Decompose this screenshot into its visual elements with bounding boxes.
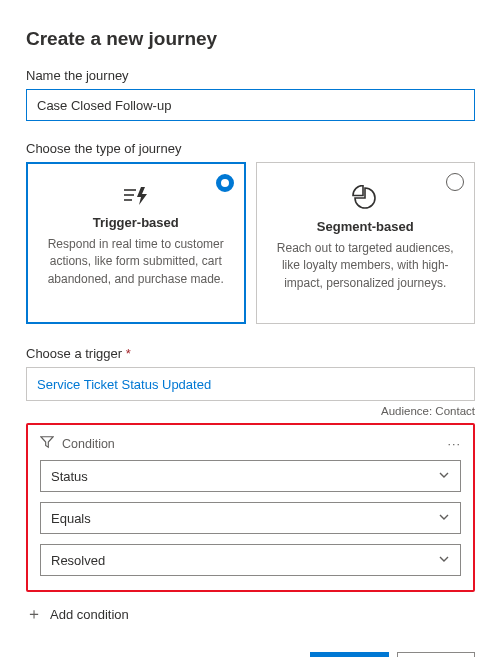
name-label: Name the journey — [26, 68, 475, 83]
condition-operator-select[interactable]: Equals — [40, 502, 461, 534]
page-title: Create a new journey — [26, 28, 475, 50]
type-card-segment-based[interactable]: Segment-based Reach out to targeted audi… — [256, 162, 476, 324]
condition-block: Condition ··· Status Equals Resolved — [26, 423, 475, 592]
condition-header: Condition — [62, 437, 440, 451]
audience-label: Audience: Contact — [26, 405, 475, 417]
type-label: Choose the type of journey — [26, 141, 475, 156]
filter-icon — [40, 435, 54, 452]
card-title: Trigger-based — [45, 215, 227, 230]
chevron-down-icon — [438, 511, 450, 526]
required-mark: * — [126, 346, 131, 361]
create-button[interactable]: Create — [310, 652, 388, 657]
journey-name-input[interactable] — [26, 89, 475, 121]
trigger-label: Choose a trigger * — [26, 346, 475, 361]
card-title: Segment-based — [275, 219, 457, 234]
svg-marker-3 — [137, 187, 147, 205]
condition-value-select[interactable]: Resolved — [40, 544, 461, 576]
plus-icon: ＋ — [26, 606, 42, 622]
radio-icon — [216, 174, 234, 192]
radio-icon — [446, 173, 464, 191]
segment-icon — [352, 185, 378, 211]
more-icon[interactable]: ··· — [448, 437, 461, 451]
card-desc: Reach out to targeted audiences, like lo… — [275, 240, 457, 292]
add-condition-button[interactable]: ＋ Add condition — [26, 604, 475, 624]
trigger-icon — [121, 185, 151, 207]
chevron-down-icon — [438, 469, 450, 484]
card-desc: Respond in real time to customer actions… — [45, 236, 227, 288]
chevron-down-icon — [438, 553, 450, 568]
cancel-button[interactable]: Cancel — [397, 652, 475, 657]
type-card-trigger-based[interactable]: Trigger-based Respond in real time to cu… — [26, 162, 246, 324]
trigger-select[interactable]: Service Ticket Status Updated — [26, 367, 475, 401]
condition-attribute-select[interactable]: Status — [40, 460, 461, 492]
svg-marker-4 — [41, 437, 53, 448]
